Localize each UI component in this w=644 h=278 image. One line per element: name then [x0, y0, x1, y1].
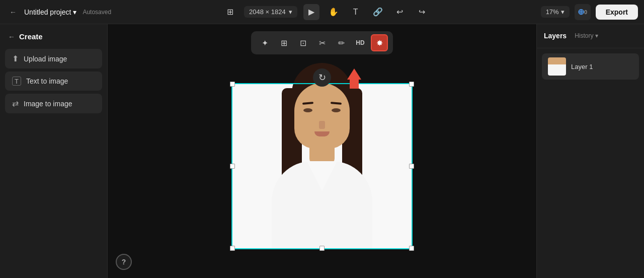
main-area: ← Create ⬆ Upload image T Text to image … [0, 24, 644, 278]
sidebar-header: ← Create [5, 30, 102, 46]
sidebar-item-image-to-image[interactable]: ⇄ Image to image [5, 94, 102, 113]
canvas-toolbar: ✦ ⊞ ⊡ ✂ ✏ HD ✸ [251, 31, 393, 54]
arrow-head [347, 68, 361, 80]
link-tool[interactable]: 🔗 [370, 4, 386, 20]
layer-thumbnail [548, 57, 566, 76]
hd-toggle-tool[interactable]: HD [352, 34, 369, 51]
canvas-size-value: 2048 × 1824 [249, 8, 286, 16]
topbar-right: 17% ▾ ⊕ 0 Export [541, 4, 638, 20]
tab-layers[interactable]: Layers [544, 32, 567, 41]
topbar-center: ⊞ 2048 × 1824 ▾ ▶ ✋ T 🔗 ↩ ↪ [117, 4, 535, 20]
help-icon: ? [122, 258, 126, 266]
handle-mid-left[interactable] [230, 164, 235, 169]
left-sidebar: ← Create ⬆ Upload image T Text to image … [0, 24, 108, 278]
upload-image-label: Upload image [24, 55, 67, 63]
zoom-control[interactable]: 17% ▾ [541, 6, 570, 18]
canvas-size-dropdown-icon: ▾ [289, 8, 292, 16]
selection-border [231, 83, 413, 249]
back-button[interactable]: ← [6, 5, 20, 19]
canvas-size-selector[interactable]: 2048 × 1824 ▾ [244, 6, 297, 18]
refresh-button[interactable]: ↻ [313, 68, 331, 87]
right-sidebar-tabs: Layers History ▾ [537, 24, 644, 48]
handle-bottom-mid[interactable] [319, 246, 325, 251]
upload-icon: ⬆ [12, 54, 19, 63]
project-title-group[interactable]: Untitled project ▾ [24, 8, 76, 16]
undo-button[interactable]: ↩ [392, 4, 408, 20]
handle-bottom-right[interactable] [409, 246, 414, 251]
help-button[interactable]: ? [116, 254, 132, 270]
image-to-image-icon: ⇄ [12, 99, 19, 108]
back-icon: ← [10, 8, 17, 16]
crop-tool[interactable]: ⊡ [294, 34, 311, 51]
tab-history[interactable]: History ▾ [575, 32, 598, 40]
resize-icon[interactable]: ⊞ [222, 4, 238, 20]
sidebar-item-text-to-image[interactable]: T Text to image [5, 72, 102, 91]
redo-button[interactable]: ↪ [414, 4, 430, 20]
pencil-tool[interactable]: ✏ [333, 34, 350, 51]
autosaved-status: Autosaved [83, 9, 111, 16]
layer-name: Layer 1 [571, 63, 593, 71]
notification-count: 0 [584, 9, 587, 15]
handle-bottom-left[interactable] [230, 246, 235, 251]
history-dropdown-icon: ▾ [595, 32, 598, 39]
canvas-area[interactable]: ✦ ⊞ ⊡ ✂ ✏ HD ✸ ↻ [108, 24, 536, 278]
sidebar-item-upload-image[interactable]: ⬆ Upload image [5, 49, 102, 68]
sidebar-back-icon[interactable]: ← [8, 33, 15, 41]
red-arrow-indicator [347, 68, 361, 89]
select-all-tool[interactable]: ⊞ [275, 34, 292, 51]
export-button[interactable]: Export [596, 5, 638, 20]
handle-mid-right[interactable] [409, 164, 414, 169]
zoom-dropdown-icon: ▾ [561, 8, 565, 16]
add-collaborator-button[interactable]: ⊕ 0 [575, 4, 591, 20]
text-to-image-label: Text to image [26, 77, 68, 85]
clip-tool[interactable]: ✂ [313, 34, 331, 51]
arrow-shaft [350, 80, 359, 89]
select-tool[interactable]: ▶ [303, 4, 319, 20]
refresh-icon: ↻ [318, 72, 326, 83]
canvas-image-container[interactable] [231, 83, 413, 249]
magic-brush-tool[interactable]: ✦ [256, 34, 273, 51]
layer-thumb-image [548, 57, 566, 76]
hand-tool[interactable]: ✋ [326, 4, 342, 20]
sidebar-title: Create [19, 32, 43, 41]
topbar: ← Untitled project ▾ Autosaved ⊞ 2048 × … [0, 0, 644, 24]
project-dropdown-icon: ▾ [73, 8, 76, 16]
layer-item[interactable]: Layer 1 [542, 53, 639, 80]
handle-top-left[interactable] [230, 82, 235, 87]
add-icon: ⊕ [578, 7, 584, 17]
project-title-text: Untitled project [24, 8, 71, 16]
tab-layers-label: Layers [544, 32, 567, 40]
text-to-image-icon: T [12, 77, 21, 86]
tab-history-label: History [575, 32, 593, 39]
topbar-left: ← Untitled project ▾ Autosaved [6, 5, 111, 19]
right-sidebar: Layers History ▾ Layer 1 [536, 24, 644, 278]
image-to-image-label: Image to image [24, 100, 72, 108]
handle-top-right[interactable] [409, 82, 414, 87]
text-tool[interactable]: T [348, 4, 364, 20]
ai-enhance-tool[interactable]: ✸ [371, 34, 388, 51]
zoom-value: 17% [546, 8, 559, 16]
